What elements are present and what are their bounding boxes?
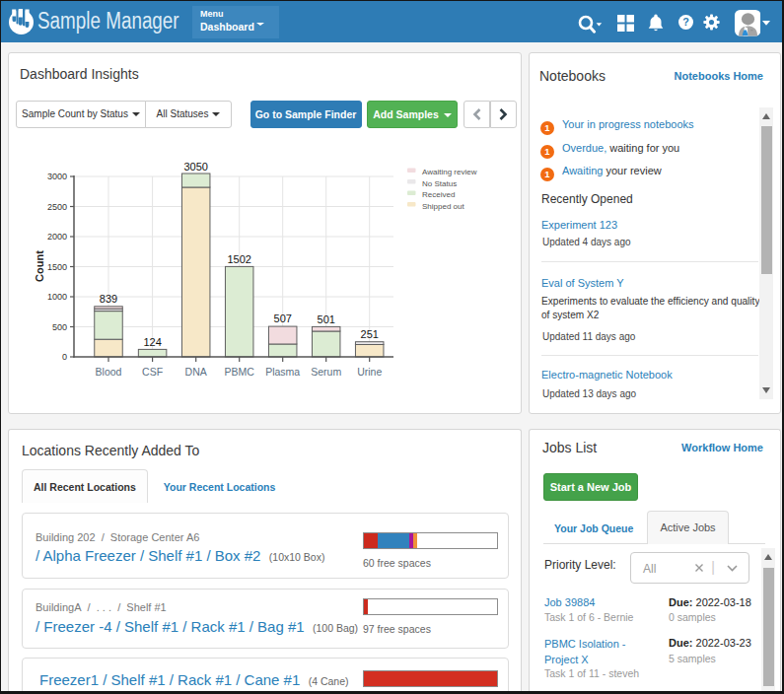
svg-text:0: 0 (62, 352, 67, 362)
svg-text:PBMC: PBMC (225, 366, 255, 378)
svg-text:CSF: CSF (142, 366, 163, 378)
svg-text:500: 500 (52, 322, 67, 332)
svg-text:2500: 2500 (47, 202, 67, 212)
svg-text:Blood: Blood (96, 366, 122, 378)
svg-text:Shipped out: Shipped out (422, 202, 464, 211)
svg-text:Received: Received (422, 190, 455, 199)
svg-text:DNA: DNA (185, 366, 207, 378)
svg-text:3000: 3000 (47, 172, 67, 181)
svg-text:Serum: Serum (311, 366, 341, 378)
svg-text:501: 501 (318, 313, 335, 325)
svg-text:Urine: Urine (357, 366, 382, 378)
svg-text:124: 124 (143, 336, 161, 348)
svg-text:1000: 1000 (47, 292, 67, 302)
svg-text:3050: 3050 (183, 162, 207, 173)
svg-text:Awaiting review: Awaiting review (422, 168, 477, 176)
svg-text:251: 251 (361, 328, 379, 340)
svg-text:?: ? (682, 16, 689, 28)
svg-text:Plasma: Plasma (265, 366, 300, 378)
svg-text:1500: 1500 (47, 262, 67, 272)
svg-text:2000: 2000 (47, 232, 67, 242)
svg-text:No Status: No Status (422, 179, 457, 188)
svg-text:507: 507 (274, 312, 292, 324)
svg-text:Count: Count (34, 250, 45, 282)
svg-text:839: 839 (100, 293, 117, 305)
svg-text:1502: 1502 (227, 253, 250, 265)
